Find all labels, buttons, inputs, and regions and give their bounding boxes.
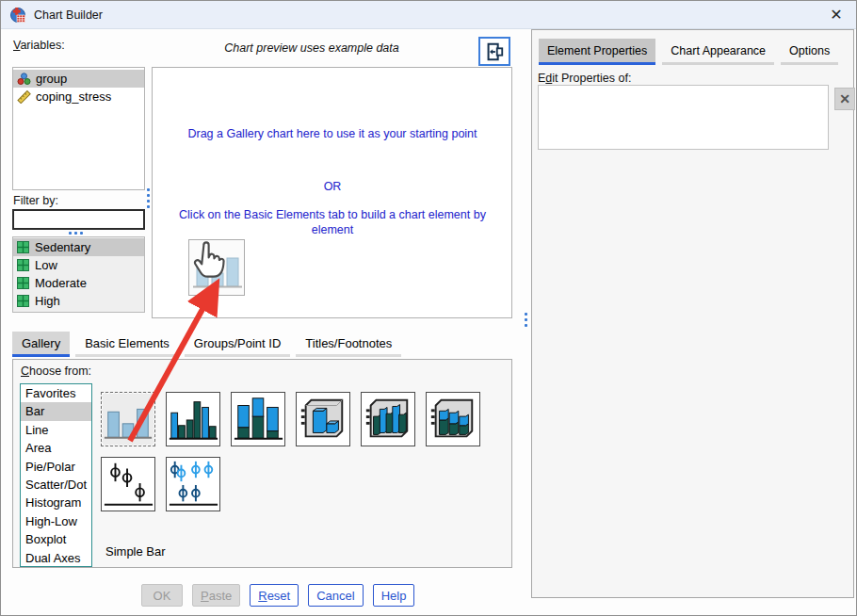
remove-icon: ✕ [839,91,850,106]
gallery-thumbnails-row2 [101,457,220,511]
titlebar[interactable]: Chart Builder ✕ [1,1,856,29]
category-label: Low [35,258,57,272]
category-label: Moderate [35,276,87,290]
splitter-handle-vertical[interactable] [147,188,150,208]
type-favorites[interactable]: Favorites [21,384,91,402]
gallery-thumbnails-row1 [101,392,480,446]
properties-panel: Element Properties Chart Appearance Opti… [531,29,854,598]
thumb-simple-bar[interactable] [101,392,155,446]
category-icon [17,241,29,253]
category-icon [17,295,29,307]
main-tab-bar: Gallery Basic Elements Groups/Point ID T… [12,332,401,357]
properties-tab-bar: Element Properties Chart Appearance Opti… [539,39,838,65]
nominal-variable-icon [17,73,31,86]
remove-element-button[interactable]: ✕ [834,88,855,110]
reset-button[interactable]: Reset [250,584,299,607]
variable-item-coping-stress[interactable]: coping_stress [13,88,144,105]
ok-button[interactable]: OK [141,584,183,607]
preview-caption: Chart preview uses example data [152,41,472,55]
variables-list: group coping_stress [12,67,145,190]
type-bar[interactable]: Bar [21,402,91,420]
hand-cursor-icon [189,240,227,284]
type-line[interactable]: Line [21,421,91,439]
dialog-button-row: OK Paste Reset Cancel Help [141,584,414,607]
edit-properties-list[interactable] [538,85,829,150]
variable-name: group [36,72,67,86]
window-title: Chart Builder [34,8,103,22]
filter-by-label: Filter by: [13,194,58,207]
thumb-stacked-3d-bar[interactable] [426,392,480,446]
category-item-low[interactable]: Low [13,256,144,274]
category-icon [17,259,29,271]
preview-hint-drag: Drag a Gallery chart here to use it as y… [172,126,493,141]
variable-item-group[interactable]: group [13,70,144,88]
type-scatter-dot[interactable]: Scatter/Dot [21,476,91,494]
type-histogram[interactable]: Histogram [21,494,91,511]
chart-builder-dialog: Chart Builder ✕ Variables: group coping [0,0,857,616]
dock-panel-icon [484,41,505,62]
type-high-low[interactable]: High-Low [21,512,91,530]
thumb-simple-3d-bar[interactable] [296,392,350,446]
edit-properties-label: Edit Properties of: [538,72,631,85]
tab-groups-point-id[interactable]: Groups/Point ID [185,332,291,357]
category-item-high[interactable]: High [13,292,144,310]
panel-toggle-button[interactable] [478,37,510,66]
paste-button[interactable]: Paste [192,584,240,607]
gallery-panel: Choose from: Favorites Bar Line Area Pie… [12,359,512,568]
categories-list: Sedentary Low Moderate High [12,236,145,313]
tab-gallery[interactable]: Gallery [12,332,70,357]
panel-splitter-handle[interactable] [525,313,527,327]
close-button[interactable]: ✕ [822,3,850,26]
tab-element-properties[interactable]: Element Properties [539,39,655,65]
category-item-sedentary[interactable]: Sedentary [13,238,144,256]
category-label: High [35,294,60,308]
selected-thumbnail-caption: Simple Bar [105,544,166,559]
type-dual-axes[interactable]: Dual Axes [21,549,91,567]
spss-app-icon [9,7,26,24]
type-pie-polar[interactable]: Pie/Polar [21,458,91,476]
category-item-moderate[interactable]: Moderate [13,274,144,292]
type-area[interactable]: Area [21,439,91,457]
category-label: Sedentary [35,240,90,254]
variable-name: coping_stress [36,89,111,104]
variables-label: Variables: [13,39,65,52]
chart-type-list: Favorites Bar Line Area Pie/Polar Scatte… [20,383,92,567]
tab-chart-appearance[interactable]: Chart Appearance [662,39,774,65]
thumb-clustered-3d-bar[interactable] [361,392,415,446]
thumb-stacked-bar[interactable] [231,392,285,446]
tab-basic-elements[interactable]: Basic Elements [75,332,179,357]
tab-titles-footnotes[interactable]: Titles/Footnotes [296,332,401,357]
chart-preview-canvas[interactable]: Drag a Gallery chart here to use it as y… [152,67,512,318]
tab-options[interactable]: Options [781,39,838,65]
category-icon [17,277,29,289]
thumb-clustered-error-bar[interactable] [166,457,220,511]
thumb-clustered-bar[interactable] [166,392,220,446]
dragged-chart-ghost[interactable] [188,239,245,296]
thumb-simple-error-bar[interactable] [101,457,155,511]
choose-from-label: Choose from: [21,365,91,378]
splitter-handle-horizontal[interactable] [69,232,83,235]
preview-hint-basic-elements: Click on the Basic Elements tab to build… [172,207,493,237]
preview-hint-or: OR [172,179,493,194]
type-boxplot[interactable]: Boxplot [21,530,91,548]
scale-variable-icon [17,90,31,104]
filter-input[interactable] [12,209,145,230]
cancel-button[interactable]: Cancel [308,584,363,607]
help-button[interactable]: Help [373,584,415,607]
